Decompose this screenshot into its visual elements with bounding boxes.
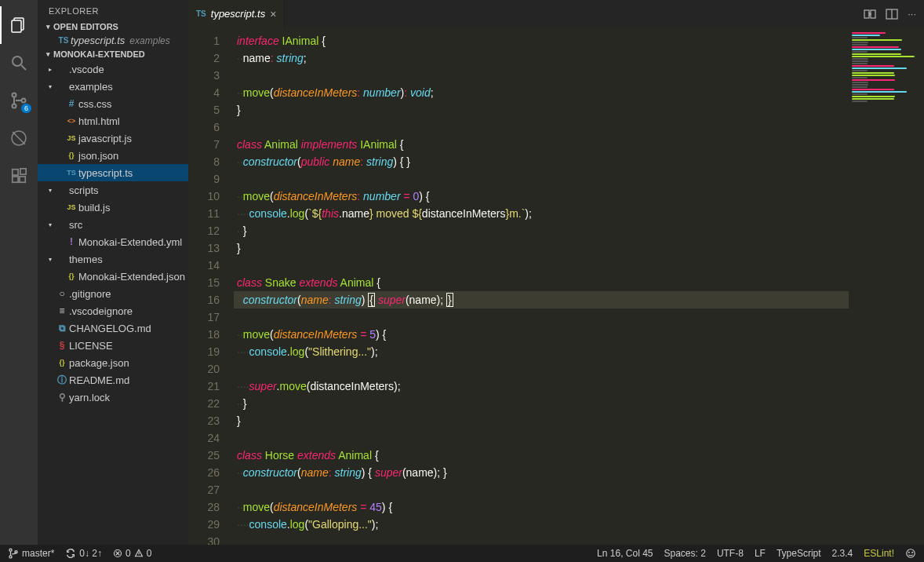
- file-item[interactable]: ⧉CHANGELOG.md: [38, 319, 188, 337]
- tree-item-label: README.md: [69, 374, 129, 386]
- file-item[interactable]: {}Monokai-Extended.json: [38, 268, 188, 285]
- chevron-down-icon: ▾: [45, 83, 55, 90]
- file-item[interactable]: #css.css: [38, 95, 188, 112]
- open-editor-item[interactable]: TS typescript.ts examples: [38, 33, 188, 48]
- svg-point-4: [13, 93, 16, 97]
- folder-item[interactable]: ▸.vscode: [38, 60, 188, 78]
- folder-item[interactable]: ▾scripts: [38, 181, 188, 199]
- tree-item-label: .vscodeignore: [69, 305, 133, 317]
- search-activity-icon[interactable]: [0, 44, 38, 82]
- file-item[interactable]: {}package.json: [38, 354, 188, 371]
- encoding[interactable]: UTF-8: [717, 548, 744, 559]
- chevron-down-icon: ▾: [45, 221, 55, 228]
- chevron-down-icon: ▾: [45, 256, 55, 263]
- sync-status[interactable]: 0↓ 2↑: [65, 548, 102, 559]
- file-type-icon: {}: [64, 272, 78, 280]
- extensions-activity-icon[interactable]: [0, 157, 38, 195]
- problems-status[interactable]: 0 0: [113, 548, 151, 559]
- tree-item-label: css.css: [78, 98, 112, 110]
- language-mode[interactable]: TypeScript: [777, 548, 821, 559]
- file-type-icon: JS: [64, 203, 78, 211]
- folder-header[interactable]: ▾ MONOKAI-EXTENDED: [38, 48, 188, 60]
- diff-icon[interactable]: [864, 8, 876, 20]
- file-type-icon: ⧉: [55, 323, 69, 334]
- more-icon[interactable]: ···: [908, 8, 916, 20]
- chevron-down-icon: ▾: [42, 50, 53, 58]
- folder-item[interactable]: ▾src: [38, 216, 188, 233]
- file-type-icon: §: [55, 340, 69, 351]
- code-content[interactable]: interface IAnimal {··name: string; ··mov…: [234, 27, 849, 545]
- tree-item-label: .vscode: [69, 64, 104, 75]
- file-type-icon: <>: [64, 117, 78, 125]
- split-icon[interactable]: [886, 8, 898, 20]
- file-item[interactable]: TStypescript.ts: [38, 164, 188, 181]
- editor-body[interactable]: 1234567891011121314151617181920212223242…: [188, 27, 924, 545]
- chevron-down-icon: ▾: [42, 23, 53, 31]
- svg-point-18: [9, 556, 12, 558]
- eol[interactable]: LF: [755, 548, 766, 559]
- cursor-position[interactable]: Ln 16, Col 45: [597, 548, 653, 559]
- file-item[interactable]: <>html.html: [38, 112, 188, 130]
- file-item[interactable]: ○.gitignore: [38, 285, 188, 302]
- file-tree: ▸.vscode▾examples#css.css<>html.htmlJSja…: [38, 60, 188, 406]
- svg-rect-12: [20, 169, 26, 174]
- tree-item-label: examples: [69, 81, 113, 93]
- activity-bar: 6: [0, 0, 38, 545]
- tree-item-label: themes: [69, 254, 103, 265]
- folder-item[interactable]: ▾themes: [38, 250, 188, 268]
- open-editors-header[interactable]: ▾ OPEN EDITORS: [38, 20, 188, 33]
- debug-activity-icon[interactable]: [0, 119, 38, 157]
- tab-actions: ···: [856, 0, 924, 27]
- tree-item-label: html.html: [78, 115, 120, 127]
- file-item[interactable]: {}json.json: [38, 147, 188, 164]
- svg-rect-1: [12, 20, 21, 32]
- tab-bar: TS typescript.ts × ···: [188, 0, 924, 27]
- svg-rect-9: [13, 170, 18, 175]
- file-type-icon: ○: [55, 288, 69, 299]
- feedback-icon[interactable]: [905, 548, 916, 559]
- status-bar: master* 0↓ 2↑ 0 0 Ln 16, Col 45 Spaces: …: [0, 545, 924, 562]
- file-item[interactable]: JSjavascript.js: [38, 130, 188, 147]
- tree-item-label: CHANGELOG.md: [69, 323, 151, 334]
- scm-activity-icon[interactable]: 6: [0, 82, 38, 119]
- svg-rect-10: [13, 177, 18, 182]
- tree-item-label: json.json: [78, 150, 118, 162]
- branch-status[interactable]: master*: [8, 548, 54, 559]
- file-type-icon: TS: [64, 169, 78, 177]
- scm-badge: 6: [21, 104, 31, 113]
- file-item[interactable]: ⓘREADME.md: [38, 371, 188, 389]
- ts-version[interactable]: 2.3.4: [832, 548, 853, 559]
- file-item[interactable]: ⚲yarn.lock: [38, 389, 188, 406]
- svg-point-6: [22, 99, 26, 103]
- tree-item-label: Monokai-Extended.json: [78, 271, 185, 283]
- svg-point-25: [908, 552, 909, 553]
- ts-file-icon: TS: [196, 9, 206, 18]
- tree-item-label: yarn.lock: [69, 392, 110, 403]
- sidebar-title: EXPLORER: [38, 0, 188, 20]
- tree-item-label: src: [69, 219, 82, 231]
- file-item[interactable]: !Monokai-Extended.yml: [38, 233, 188, 250]
- indentation[interactable]: Spaces: 2: [664, 548, 706, 559]
- tree-item-label: package.json: [69, 357, 129, 369]
- file-item[interactable]: §LICENSE: [38, 337, 188, 354]
- file-type-icon: {}: [64, 151, 78, 159]
- explorer-activity-icon[interactable]: [0, 6, 38, 44]
- tree-item-label: LICENSE: [69, 340, 113, 352]
- file-item[interactable]: ≡.vscodeignore: [38, 302, 188, 319]
- file-type-icon: JS: [64, 134, 78, 142]
- svg-point-2: [13, 57, 22, 66]
- file-type-icon: {}: [55, 359, 69, 367]
- file-type-icon: !: [64, 236, 78, 247]
- close-icon[interactable]: ×: [270, 8, 276, 20]
- minimap[interactable]: [849, 27, 924, 545]
- file-type-icon: ⚲: [55, 392, 69, 403]
- editor-tab[interactable]: TS typescript.ts ×: [188, 0, 285, 27]
- file-type-icon: ⓘ: [55, 374, 69, 387]
- chevron-down-icon: ▾: [45, 187, 55, 194]
- eslint-status[interactable]: ESLint!: [864, 548, 894, 559]
- svg-line-3: [21, 65, 26, 70]
- svg-line-8: [13, 132, 25, 144]
- folder-item[interactable]: ▾examples: [38, 78, 188, 95]
- file-item[interactable]: JSbuild.js: [38, 199, 188, 216]
- file-type-icon: ≡: [55, 305, 69, 316]
